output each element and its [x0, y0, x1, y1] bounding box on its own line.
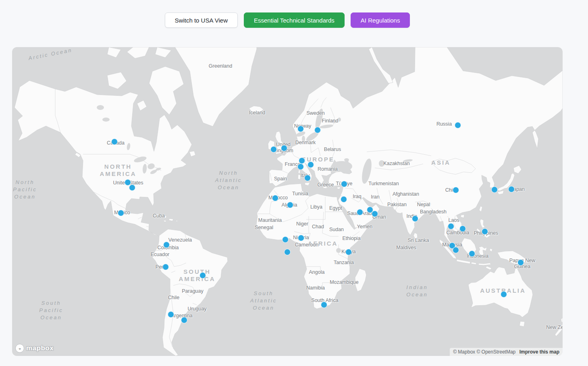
map-marker-brazil[interactable]	[199, 272, 206, 279]
map-marker-nigeria[interactable]	[298, 235, 304, 241]
map-marker-vietnam[interactable]	[459, 225, 466, 232]
map-marker-india[interactable]	[412, 215, 418, 222]
map-marker-saudi-arabia[interactable]	[357, 209, 363, 215]
map-marker-germany[interactable]	[308, 161, 314, 168]
map-marker-united-kingdom[interactable]	[281, 145, 287, 151]
map-marker-norway[interactable]	[297, 126, 304, 132]
map-marker-colombia[interactable]	[163, 242, 170, 248]
map-marker-japan[interactable]	[508, 186, 515, 192]
switch-usa-view-button[interactable]: Switch to USA View	[165, 12, 238, 28]
map-marker-morocco[interactable]	[272, 195, 278, 201]
mapbox-logo-icon: ◒	[15, 344, 24, 353]
map-marker-chile[interactable]	[168, 311, 174, 318]
map-marker-gabon[interactable]	[284, 249, 291, 255]
ai-regulations-button[interactable]: AI Regulations	[351, 12, 410, 28]
toolbar: Switch to USA View Essential Technical S…	[12, 12, 563, 28]
map-marker-switzerland[interactable]	[297, 163, 304, 170]
map-marker-south-africa[interactable]	[321, 302, 327, 308]
map-marker-italy[interactable]	[304, 175, 311, 181]
attribution-improve-link[interactable]: Improve this map	[519, 349, 559, 355]
map-marker-ireland[interactable]	[270, 146, 277, 153]
map-marker-netherlands[interactable]	[299, 157, 305, 164]
map-marker-indonesia[interactable]	[469, 250, 475, 257]
map-attribution: © Mapbox © OpenStreetMap Improve this ma…	[450, 348, 563, 356]
map-marker-kenya[interactable]	[345, 249, 352, 255]
world-map-canvas[interactable]: Arctic OceanNorthPacificOceanNorthAtlant…	[12, 47, 563, 356]
map-marker-mexico[interactable]	[118, 210, 124, 216]
map-marker-china[interactable]	[453, 187, 459, 193]
map-marker-algeria[interactable]	[287, 202, 293, 208]
map-marker-australia[interactable]	[501, 291, 507, 298]
essential-technical-standards-button[interactable]: Essential Technical Standards	[244, 12, 345, 28]
map-marker-ghana[interactable]	[282, 236, 289, 243]
attribution-mapbox-link[interactable]: © Mapbox	[453, 349, 475, 355]
mapbox-logo-wordmark: mapbox	[26, 344, 54, 352]
map-marker-sweden[interactable]	[314, 127, 321, 133]
map-marker-uae[interactable]	[372, 211, 378, 217]
map-marker-usa-central[interactable]	[129, 184, 135, 191]
world-map-svg	[12, 47, 563, 356]
map-marker-peru[interactable]	[162, 264, 169, 270]
map-marker-papua-new-guinea[interactable]	[517, 259, 524, 266]
attribution-osm-link[interactable]: © OpenStreetMap	[476, 349, 515, 355]
map-marker-canada[interactable]	[111, 139, 118, 145]
map-marker-singapore[interactable]	[453, 247, 459, 253]
map-marker-argentina[interactable]	[181, 317, 187, 323]
map-marker-israel[interactable]	[341, 196, 347, 203]
mapbox-logo[interactable]: ◒ mapbox	[15, 344, 54, 353]
map-marker-russia[interactable]	[455, 122, 461, 128]
map-marker-philippines[interactable]	[482, 228, 488, 235]
map-marker-thailand[interactable]	[448, 223, 454, 230]
map-marker-turkiye[interactable]	[341, 181, 347, 187]
map-marker-south-korea[interactable]	[491, 186, 498, 193]
